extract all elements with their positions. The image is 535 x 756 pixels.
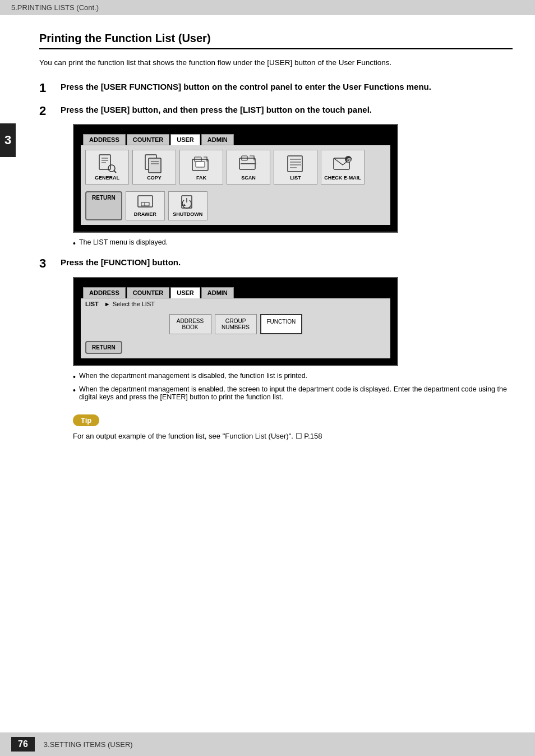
return-btn-2[interactable]: RETURN [85, 341, 122, 354]
step-2-block: 2 Press the [USER] button, and then pres… [39, 104, 513, 249]
note-1: • When the department management is disa… [73, 372, 513, 382]
step-3-number: 3 [39, 256, 56, 271]
section-title: Printing the Function List (User) [39, 32, 513, 45]
screen2-bottom-row: RETURN [81, 339, 390, 358]
icon-fak[interactable]: FAK [179, 150, 223, 185]
bullet-dot-1: • [73, 238, 76, 248]
bottom-footer: 76 3.SETTING ITEMS (USER) [0, 732, 535, 756]
svg-rect-7 [149, 158, 161, 173]
step-3-text: Press the [FUNCTION] button. [61, 256, 181, 268]
tab-address[interactable]: ADDRESS [83, 134, 126, 145]
icon-shutdown[interactable]: SHUTDOWN [168, 191, 207, 220]
step-3-header: 3 Press the [FUNCTION] button. [39, 256, 513, 271]
header-text: 5.PRINTING LISTS (Cont.) [11, 3, 99, 12]
tab2-user[interactable]: USER [170, 287, 200, 298]
bullet-dot-3: • [73, 385, 76, 395]
tab-admin[interactable]: ADMIN [201, 134, 234, 145]
tab2-admin[interactable]: ADMIN [201, 287, 234, 298]
tip-section: Tip For an output example of the functio… [73, 409, 513, 442]
main-content: Printing the Function List (User) You ca… [17, 15, 535, 466]
screen2-container: ADDRESS COUNTER USER ADMIN LIST ► Select… [73, 277, 513, 366]
btn-address-book[interactable]: ADDRESS BOOK [169, 314, 211, 334]
btn-function[interactable]: FUNCTION [260, 314, 302, 334]
screen1-mockup: ADDRESS COUNTER USER ADMIN [73, 124, 398, 233]
icon-drawer[interactable]: DRAWER [126, 191, 165, 220]
screen2-mockup: ADDRESS COUNTER USER ADMIN LIST ► Select… [73, 277, 398, 366]
screen2-list-label: LIST [85, 301, 99, 307]
step-3-block: 3 Press the [FUNCTION] button. ADDRESS C… [39, 256, 513, 441]
screen1-icons-grid: GENERAL COPY [81, 145, 390, 189]
tab-user[interactable]: USER [170, 134, 200, 145]
page-number: 76 [11, 737, 35, 752]
tab2-address[interactable]: ADDRESS [83, 287, 126, 298]
note-2-text: When the department management is enable… [79, 385, 513, 401]
svg-rect-24 [138, 196, 153, 207]
icon-copy[interactable]: COPY [132, 150, 176, 185]
tip-text: For an output example of the function li… [73, 431, 513, 442]
screen1-note: • The LIST menu is displayed. [73, 238, 513, 248]
note-2: • When the department management is enab… [73, 385, 513, 401]
svg-rect-12 [196, 162, 205, 167]
bullet-dot-2: • [73, 372, 76, 382]
step-1-number: 1 [39, 81, 56, 95]
step-1-header: 1 Press the [USER FUNCTIONS] button on t… [39, 81, 513, 95]
top-header: 5.PRINTING LISTS (Cont.) [0, 0, 535, 15]
btn-group-numbers[interactable]: GROUP NUMBERS [215, 314, 257, 334]
notes-block: • When the department management is disa… [39, 372, 513, 401]
icon-scan[interactable]: SCAN [227, 150, 270, 185]
note-1-text: When the department management is disabl… [79, 372, 307, 380]
step-1-block: 1 Press the [USER FUNCTIONS] button on t… [39, 81, 513, 95]
screen1-note-text: The LIST menu is displayed. [79, 238, 168, 246]
screen1-tab-row: ADDRESS COUNTER USER ADMIN [81, 132, 390, 145]
footer-text: 3.SETTING ITEMS (USER) [44, 740, 133, 749]
tab2-counter[interactable]: COUNTER [127, 287, 169, 298]
section-divider [39, 48, 513, 49]
icon-list[interactable]: LIST [274, 150, 317, 185]
svg-rect-16 [288, 156, 302, 172]
screen2-list-instruction: Select the LIST [113, 301, 155, 307]
screen2-btn-row: ADDRESS BOOK GROUP NUMBERS FUNCTION [81, 310, 390, 339]
return-btn-1[interactable]: RETURN [85, 191, 122, 220]
intro-text: You can print the function list that sho… [39, 57, 513, 68]
chapter-number: 3 [4, 133, 11, 147]
screen1-bottom-row: RETURN DRAWER [81, 189, 390, 225]
tab-counter[interactable]: COUNTER [127, 134, 169, 145]
tip-label: Tip [73, 414, 99, 426]
step-1-text: Press the [USER FUNCTIONS] button on the… [61, 81, 431, 93]
step-2-number: 2 [39, 104, 56, 118]
step-2-text: Press the [USER] button, and then press … [61, 104, 372, 116]
screen2-list-row: LIST ► Select the LIST [81, 298, 390, 310]
svg-line-5 [114, 170, 116, 173]
icon-check-email[interactable]: @ CHECK E-MAIL [321, 150, 365, 185]
screen2-list-arrow: ► [104, 301, 110, 307]
chapter-tab: 3 [0, 123, 16, 157]
screen1-container: ADDRESS COUNTER USER ADMIN [73, 124, 513, 233]
icon-general[interactable]: GENERAL [85, 150, 129, 185]
svg-text:@: @ [347, 157, 352, 163]
screen2-tab-row: ADDRESS COUNTER USER ADMIN [81, 285, 390, 298]
step-2-header: 2 Press the [USER] button, and then pres… [39, 104, 513, 118]
svg-rect-25 [141, 202, 149, 206]
